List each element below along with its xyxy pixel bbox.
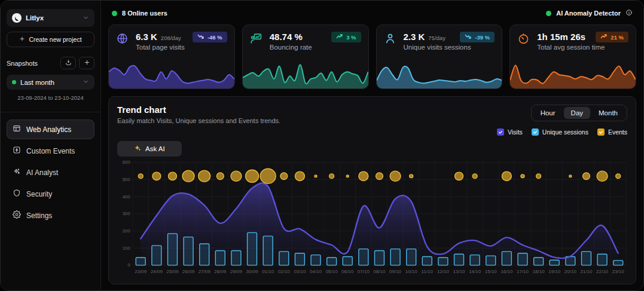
stat-card-unique-visits-sessions: 2.3 K75/dayUnique visits sessions-39 % <box>376 24 503 89</box>
legend-item-visits[interactable]: Visits <box>497 128 523 136</box>
sidebar-item-custom-events[interactable]: Custom Events <box>7 141 94 161</box>
legend-item-events[interactable]: Events <box>597 128 627 136</box>
stat-value: 1h 15m 26s <box>537 32 585 42</box>
snapshot-export-button[interactable] <box>60 57 76 69</box>
globe-icon <box>116 32 130 51</box>
svg-text:24/09: 24/09 <box>151 269 163 274</box>
online-users-status: 8 Online users <box>112 10 167 17</box>
anomaly-dot <box>546 11 551 16</box>
svg-text:22/10: 22/10 <box>596 269 609 274</box>
trend-subtitle: Easily match Visits, Unique sessions and… <box>117 117 280 124</box>
svg-text:13/10: 13/10 <box>453 269 466 274</box>
sidebar-item-security[interactable]: Security <box>7 184 94 204</box>
svg-text:16/10: 16/10 <box>500 269 513 274</box>
stat-label: Unique visits sessions <box>404 44 471 51</box>
stat-label: Total avg session time <box>537 44 605 51</box>
ask-ai-button[interactable]: Ask AI <box>117 141 182 157</box>
svg-text:27/09: 27/09 <box>199 269 210 274</box>
stat-badge: -46 % <box>193 32 227 42</box>
range-tab-day[interactable]: Day <box>564 107 590 119</box>
download-icon <box>65 59 72 68</box>
svg-text:15/10: 15/10 <box>485 269 498 274</box>
range-tab-month[interactable]: Month <box>591 107 625 119</box>
sidebar-divider <box>1 112 100 112</box>
stat-perday: 208/day <box>161 35 181 41</box>
sidebar-item-web-analytics[interactable]: Web Analytics <box>7 120 94 139</box>
sidebar-item-label: Custom Events <box>26 147 75 155</box>
sidebar-item-ai-analyst[interactable]: AI Analyst <box>7 163 94 182</box>
stat-badge-text: -39 % <box>475 34 490 41</box>
svg-text:11/10: 11/10 <box>422 269 434 274</box>
svg-text:600: 600 <box>123 160 131 165</box>
stat-card-bouncing-rate: 48.74 %Bouncing rate3 % <box>242 24 369 89</box>
legend-item-unique-sessions[interactable]: Unique sessions <box>532 128 588 136</box>
svg-text:29/09: 29/09 <box>230 269 242 274</box>
project-selector[interactable]: Litlyx <box>7 9 94 27</box>
stat-perday: 75/day <box>428 35 445 41</box>
snapshot-range: 23-09-2024 to 23-10-2024 <box>7 94 94 101</box>
plus-icon <box>84 59 90 68</box>
svg-text:200: 200 <box>123 228 131 234</box>
trend-up-icon <box>336 33 343 41</box>
stat-card-total-avg-session-time: 1h 15m 26sTotal avg session time21 % <box>509 24 636 89</box>
snapshot-period-value: Last month <box>20 79 78 86</box>
snapshot-add-button[interactable] <box>79 57 94 69</box>
info-icon[interactable] <box>625 9 633 17</box>
svg-text:0: 0 <box>128 262 131 268</box>
plus-icon <box>19 36 25 43</box>
svg-text:14/10: 14/10 <box>469 269 481 274</box>
custom-events-icon <box>13 146 21 156</box>
svg-text:06/10: 06/10 <box>341 269 354 274</box>
svg-text:09/10: 09/10 <box>389 269 402 274</box>
svg-text:400: 400 <box>123 194 131 200</box>
litlyx-logo-icon <box>12 13 22 23</box>
legend-label: Visits <box>508 128 523 136</box>
svg-text:19/10: 19/10 <box>548 269 561 274</box>
stats-row: 6.3 K208/dayTotal page visits-46 %48.74 … <box>108 24 636 89</box>
stat-value: 6.3 K <box>136 32 157 42</box>
stat-badge: 3 % <box>331 32 361 42</box>
sidebar-item-label: Security <box>26 190 52 198</box>
range-tab-hour[interactable]: Hour <box>533 107 563 119</box>
stat-badge-text: 3 % <box>346 34 356 41</box>
legend-label: Unique sessions <box>542 128 588 136</box>
sidebar-item-settings[interactable]: Settings <box>7 206 94 225</box>
svg-text:18/10: 18/10 <box>533 269 545 274</box>
stat-value: 48.74 % <box>270 32 303 42</box>
status-dot <box>12 80 16 84</box>
svg-text:10/10: 10/10 <box>405 269 418 274</box>
stat-card-total-page-visits: 6.3 K208/dayTotal page visits-46 % <box>108 24 235 89</box>
svg-text:26/09: 26/09 <box>182 269 194 274</box>
timer-icon <box>517 32 532 51</box>
app-window: Litlyx Create new project Snapshots Last… <box>0 0 644 291</box>
legend-checkbox[interactable] <box>497 128 504 136</box>
sidebar-nav: Web AnalyticsCustom EventsAI AnalystSecu… <box>7 120 94 227</box>
svg-text:28/09: 28/09 <box>214 269 226 274</box>
anomaly-detector-label: AI Anomaly Detector <box>556 10 621 17</box>
sidebar: Litlyx Create new project Snapshots Last… <box>1 1 101 290</box>
web-analytics-icon <box>13 124 21 134</box>
chevron-down-icon <box>83 78 89 86</box>
bounce-icon <box>250 32 264 51</box>
main-content: 8 Online users AI Anomaly Detector 6.3 K… <box>101 1 643 290</box>
ai-analyst-icon <box>13 167 21 177</box>
stat-sparkline <box>243 56 368 88</box>
snapshot-period-select[interactable]: Last month <box>7 75 94 90</box>
online-users-label: 8 Online users <box>122 10 167 17</box>
svg-text:20/10: 20/10 <box>564 269 577 274</box>
trend-chart: 010020030040050060023/0924/0925/0926/092… <box>117 160 627 278</box>
svg-text:21/10: 21/10 <box>580 269 593 274</box>
create-project-button[interactable]: Create new project <box>7 32 94 47</box>
svg-text:02/10: 02/10 <box>278 269 291 274</box>
ask-ai-label: Ask AI <box>145 145 165 152</box>
legend-checkbox[interactable] <box>532 128 539 136</box>
svg-text:01/10: 01/10 <box>262 269 274 274</box>
svg-text:100: 100 <box>123 246 131 251</box>
stat-badge: -39 % <box>460 32 495 42</box>
create-project-label: Create new project <box>29 36 81 43</box>
svg-text:07/10: 07/10 <box>358 269 370 274</box>
svg-text:500: 500 <box>123 177 131 182</box>
legend-checkbox[interactable] <box>597 128 605 136</box>
svg-text:300: 300 <box>123 211 131 216</box>
svg-text:25/09: 25/09 <box>166 269 178 274</box>
